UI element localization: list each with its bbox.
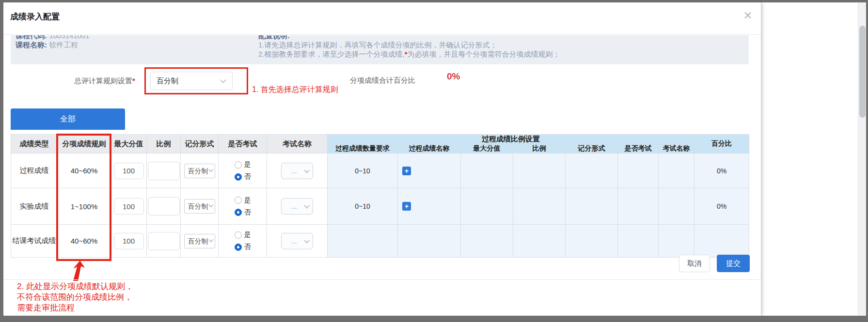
max-score-input[interactable] [114, 233, 144, 249]
cell-sub-max [461, 153, 513, 188]
course-code-value: 1005141001 [49, 35, 89, 40]
cell-exam-name: ... [267, 153, 328, 188]
chevron-down-icon [304, 168, 309, 173]
chevron-down-icon [208, 167, 213, 172]
window-edge [0, 316, 868, 322]
exam-name-select[interactable]: ... [281, 233, 313, 249]
chevron-down-icon [208, 237, 213, 242]
window-edge [0, 0, 3, 322]
exam-name-select[interactable]: ... [281, 163, 313, 179]
cell-exam-name: ... [267, 225, 328, 258]
subcol-header-is-exam: 是否考试 [618, 144, 659, 153]
cell-sub-ratio [513, 225, 566, 258]
cell-percent [694, 225, 749, 258]
scrollbar-thumb[interactable] [859, 26, 866, 118]
subcol-header-count: 过程成绩数量要求 [328, 144, 398, 153]
radio-yes[interactable]: 是 [235, 160, 251, 169]
col-header-percent: 百分比 [694, 135, 749, 153]
rule-setting-label: 总评计算规则设置* [74, 77, 135, 86]
cell-is-exam: 是 否 [219, 188, 267, 225]
radio-no[interactable]: 否 [235, 208, 251, 217]
cell-process-name: + [398, 153, 461, 188]
course-name-row: 课程名称: 软件工程 [16, 40, 90, 49]
cell-is-exam: 是 否 [219, 225, 267, 258]
cell-ratio [147, 153, 181, 188]
screenshot-stage: 成绩录入配置 ✕ 课程代码: 1005141001 课程名称: 软件工程 配置说… [0, 0, 868, 322]
config-notes-heading: 配置说明: [258, 35, 560, 40]
group-header-process-ratio: 过程成绩比例设置 [328, 135, 694, 144]
add-process-score-button[interactable]: + [402, 202, 411, 211]
window-edge [0, 0, 868, 2]
table-row-final-exam-score: 结课考试成绩 40~60% 百分制 是 否 ... [11, 225, 749, 258]
annotation-note1: 1. 首先选择总评计算规则 [252, 85, 338, 95]
annotation-box-rule-dropdown [144, 67, 248, 94]
radio-no[interactable]: 否 [235, 172, 251, 181]
radio-yes[interactable]: 是 [235, 230, 251, 239]
cell-process-name [398, 225, 461, 258]
footer-divider [3, 279, 761, 280]
cell-sub-exam-name [659, 153, 694, 188]
col-header-is-exam: 是否考试 [219, 135, 267, 153]
course-info-left: 课程代码: 1005141001 课程名称: 软件工程 [16, 35, 90, 49]
cell-sub-exam-name [659, 188, 694, 225]
cell-form: 百分制 [181, 188, 219, 225]
col-header-ratio: 比例 [147, 135, 181, 153]
chevron-down-icon [304, 238, 309, 243]
grade-entry-config-modal: 成绩录入配置 ✕ 课程代码: 1005141001 课程名称: 软件工程 配置说… [3, 2, 761, 316]
score-form-select[interactable]: 百分制 [184, 199, 215, 214]
cell-type: 过程成绩 [11, 153, 58, 188]
cell-sub-ratio [513, 188, 566, 225]
subcol-header-ratio: 比例 [513, 144, 566, 153]
exam-name-select[interactable]: ... [281, 198, 313, 215]
modal-title: 成绩录入配置 [10, 11, 60, 22]
is-exam-radio-group: 是 否 [235, 230, 251, 251]
max-score-input[interactable] [114, 163, 144, 179]
close-icon[interactable]: ✕ [742, 9, 754, 22]
course-name-label: 课程名称: [16, 41, 47, 49]
cell-is-exam: 是 否 [219, 153, 267, 188]
cell-sub-ratio [513, 153, 566, 188]
ratio-input[interactable] [148, 162, 180, 180]
cell-process-count [328, 225, 398, 258]
subcol-header-name: 过程成绩名称 [398, 144, 461, 153]
total-percent-value: 0% [447, 71, 460, 82]
cell-exam-name: ... [267, 188, 328, 225]
cell-form: 百分制 [181, 225, 219, 258]
cell-type: 结课考试成绩 [11, 225, 58, 258]
add-process-score-button[interactable]: + [402, 167, 411, 175]
radio-no[interactable]: 否 [235, 243, 251, 251]
radio-circle-checked-icon [235, 173, 242, 181]
cell-sub-max [461, 188, 513, 225]
all-tab-button[interactable]: 全部 [11, 108, 125, 130]
cell-sub-exam-name [659, 225, 694, 258]
config-notes: 配置说明: 1.请先选择总评计算规则，再填写各个成绩分项的比例，并确认记分形式；… [258, 35, 560, 59]
radio-yes[interactable]: 是 [235, 196, 251, 205]
score-form-select[interactable]: 百分制 [184, 164, 215, 178]
cell-process-count: 0~10 [328, 153, 398, 188]
config-note-line2: 2.根据教务部要求，请至少选择一个分项成绩,*为必填项，并且每个分项需符合分项成… [258, 49, 560, 59]
cancel-button[interactable]: 取消 [679, 255, 710, 272]
max-score-input[interactable] [114, 198, 144, 215]
score-form-select[interactable]: 百分制 [184, 234, 215, 248]
radio-circle-checked-icon [235, 244, 242, 251]
table-header-row-1: 成绩类型 分项成绩规则 最大分值 比例 记分形式 是否考试 考试名称 过程成绩比… [11, 135, 749, 144]
cell-sub-max [461, 225, 513, 258]
annotation-note2: 2. 此处显示分项成绩默认规则， 不符合该范围的分项成绩比例， 需要走审批流程 [17, 281, 133, 313]
cell-form: 百分制 [181, 153, 219, 188]
cell-ratio [147, 188, 181, 225]
cell-max [111, 225, 147, 258]
radio-circle-icon [235, 161, 242, 169]
page-scrollbar[interactable] [858, 2, 866, 316]
cell-process-count: 0~10 [328, 188, 398, 225]
course-info-band: 课程代码: 1005141001 课程名称: 软件工程 配置说明: 1.请先选择… [11, 35, 749, 64]
ratio-input[interactable] [148, 197, 180, 215]
cell-sub-is-exam [618, 153, 659, 188]
course-code-label: 课程代码: [16, 35, 47, 40]
annotation-box-rule-column [56, 134, 111, 261]
is-exam-radio-group: 是 否 [235, 196, 251, 217]
submit-button[interactable]: 提交 [717, 255, 750, 272]
ratio-input[interactable] [148, 232, 180, 250]
table-row-process-score: 过程成绩 40~60% 百分制 是 否 ... 0~10 + [11, 153, 749, 188]
config-note-line1: 1.请先选择总评计算规则，再填写各个成绩分项的比例，并确认记分形式； [258, 40, 560, 49]
course-code-row: 课程代码: 1005141001 [16, 35, 90, 40]
